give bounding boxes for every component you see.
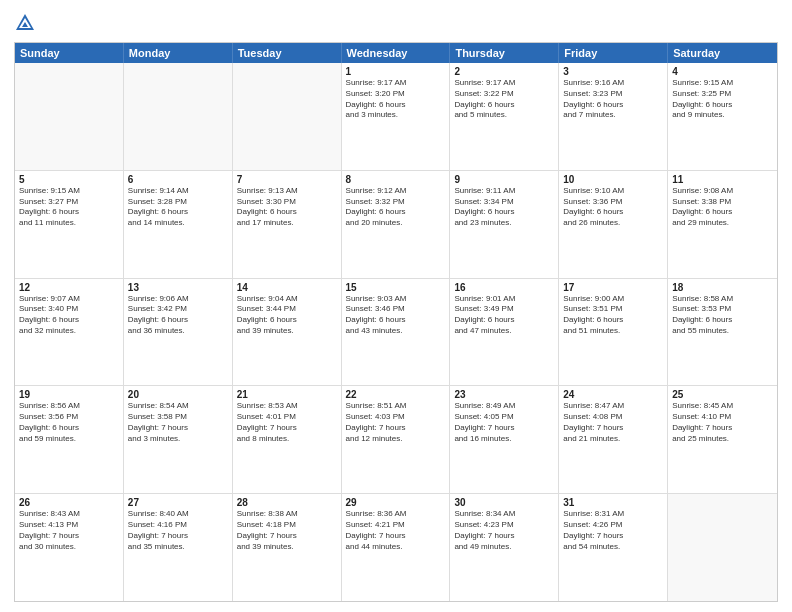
calendar-cell: 10Sunrise: 9:10 AMSunset: 3:36 PMDayligh…	[559, 171, 668, 278]
cell-text: Sunrise: 8:49 AMSunset: 4:05 PMDaylight:…	[454, 401, 554, 444]
calendar-cell	[124, 63, 233, 170]
calendar-cell: 13Sunrise: 9:06 AMSunset: 3:42 PMDayligh…	[124, 279, 233, 386]
calendar-week-2: 5Sunrise: 9:15 AMSunset: 3:27 PMDaylight…	[15, 171, 777, 279]
day-number: 14	[237, 282, 337, 293]
cell-text: Sunrise: 9:07 AMSunset: 3:40 PMDaylight:…	[19, 294, 119, 337]
day-number: 10	[563, 174, 663, 185]
calendar-cell: 18Sunrise: 8:58 AMSunset: 3:53 PMDayligh…	[668, 279, 777, 386]
calendar-cell: 22Sunrise: 8:51 AMSunset: 4:03 PMDayligh…	[342, 386, 451, 493]
calendar-body: 1Sunrise: 9:17 AMSunset: 3:20 PMDaylight…	[15, 63, 777, 601]
calendar-cell: 3Sunrise: 9:16 AMSunset: 3:23 PMDaylight…	[559, 63, 668, 170]
calendar-cell	[668, 494, 777, 601]
calendar-cell: 23Sunrise: 8:49 AMSunset: 4:05 PMDayligh…	[450, 386, 559, 493]
day-number: 3	[563, 66, 663, 77]
page: SundayMondayTuesdayWednesdayThursdayFrid…	[0, 0, 792, 612]
day-number: 13	[128, 282, 228, 293]
day-number: 8	[346, 174, 446, 185]
calendar-cell: 7Sunrise: 9:13 AMSunset: 3:30 PMDaylight…	[233, 171, 342, 278]
calendar-cell: 9Sunrise: 9:11 AMSunset: 3:34 PMDaylight…	[450, 171, 559, 278]
calendar-cell: 20Sunrise: 8:54 AMSunset: 3:58 PMDayligh…	[124, 386, 233, 493]
header-day-friday: Friday	[559, 43, 668, 63]
cell-text: Sunrise: 8:56 AMSunset: 3:56 PMDaylight:…	[19, 401, 119, 444]
calendar-week-4: 19Sunrise: 8:56 AMSunset: 3:56 PMDayligh…	[15, 386, 777, 494]
cell-text: Sunrise: 9:00 AMSunset: 3:51 PMDaylight:…	[563, 294, 663, 337]
cell-text: Sunrise: 8:43 AMSunset: 4:13 PMDaylight:…	[19, 509, 119, 552]
day-number: 23	[454, 389, 554, 400]
calendar-cell: 17Sunrise: 9:00 AMSunset: 3:51 PMDayligh…	[559, 279, 668, 386]
cell-text: Sunrise: 9:01 AMSunset: 3:49 PMDaylight:…	[454, 294, 554, 337]
cell-text: Sunrise: 9:12 AMSunset: 3:32 PMDaylight:…	[346, 186, 446, 229]
calendar-cell: 6Sunrise: 9:14 AMSunset: 3:28 PMDaylight…	[124, 171, 233, 278]
calendar-cell: 15Sunrise: 9:03 AMSunset: 3:46 PMDayligh…	[342, 279, 451, 386]
cell-text: Sunrise: 9:14 AMSunset: 3:28 PMDaylight:…	[128, 186, 228, 229]
cell-text: Sunrise: 9:16 AMSunset: 3:23 PMDaylight:…	[563, 78, 663, 121]
calendar-cell: 16Sunrise: 9:01 AMSunset: 3:49 PMDayligh…	[450, 279, 559, 386]
cell-text: Sunrise: 9:11 AMSunset: 3:34 PMDaylight:…	[454, 186, 554, 229]
day-number: 2	[454, 66, 554, 77]
day-number: 17	[563, 282, 663, 293]
calendar-cell: 24Sunrise: 8:47 AMSunset: 4:08 PMDayligh…	[559, 386, 668, 493]
cell-text: Sunrise: 8:36 AMSunset: 4:21 PMDaylight:…	[346, 509, 446, 552]
cell-text: Sunrise: 8:47 AMSunset: 4:08 PMDaylight:…	[563, 401, 663, 444]
calendar-cell: 1Sunrise: 9:17 AMSunset: 3:20 PMDaylight…	[342, 63, 451, 170]
calendar-cell: 2Sunrise: 9:17 AMSunset: 3:22 PMDaylight…	[450, 63, 559, 170]
day-number: 24	[563, 389, 663, 400]
cell-text: Sunrise: 8:51 AMSunset: 4:03 PMDaylight:…	[346, 401, 446, 444]
calendar-week-3: 12Sunrise: 9:07 AMSunset: 3:40 PMDayligh…	[15, 279, 777, 387]
cell-text: Sunrise: 9:03 AMSunset: 3:46 PMDaylight:…	[346, 294, 446, 337]
day-number: 27	[128, 497, 228, 508]
calendar-cell: 4Sunrise: 9:15 AMSunset: 3:25 PMDaylight…	[668, 63, 777, 170]
day-number: 28	[237, 497, 337, 508]
cell-text: Sunrise: 8:54 AMSunset: 3:58 PMDaylight:…	[128, 401, 228, 444]
day-number: 11	[672, 174, 773, 185]
calendar-cell: 26Sunrise: 8:43 AMSunset: 4:13 PMDayligh…	[15, 494, 124, 601]
cell-text: Sunrise: 8:38 AMSunset: 4:18 PMDaylight:…	[237, 509, 337, 552]
cell-text: Sunrise: 9:15 AMSunset: 3:25 PMDaylight:…	[672, 78, 773, 121]
cell-text: Sunrise: 9:17 AMSunset: 3:20 PMDaylight:…	[346, 78, 446, 121]
calendar: SundayMondayTuesdayWednesdayThursdayFrid…	[14, 42, 778, 602]
calendar-cell: 12Sunrise: 9:07 AMSunset: 3:40 PMDayligh…	[15, 279, 124, 386]
day-number: 30	[454, 497, 554, 508]
cell-text: Sunrise: 8:40 AMSunset: 4:16 PMDaylight:…	[128, 509, 228, 552]
header-day-sunday: Sunday	[15, 43, 124, 63]
day-number: 21	[237, 389, 337, 400]
cell-text: Sunrise: 8:45 AMSunset: 4:10 PMDaylight:…	[672, 401, 773, 444]
cell-text: Sunrise: 9:04 AMSunset: 3:44 PMDaylight:…	[237, 294, 337, 337]
day-number: 4	[672, 66, 773, 77]
day-number: 9	[454, 174, 554, 185]
day-number: 15	[346, 282, 446, 293]
day-number: 25	[672, 389, 773, 400]
day-number: 16	[454, 282, 554, 293]
day-number: 29	[346, 497, 446, 508]
day-number: 22	[346, 389, 446, 400]
day-number: 1	[346, 66, 446, 77]
header-day-wednesday: Wednesday	[342, 43, 451, 63]
calendar-cell: 8Sunrise: 9:12 AMSunset: 3:32 PMDaylight…	[342, 171, 451, 278]
calendar-cell: 5Sunrise: 9:15 AMSunset: 3:27 PMDaylight…	[15, 171, 124, 278]
cell-text: Sunrise: 9:08 AMSunset: 3:38 PMDaylight:…	[672, 186, 773, 229]
day-number: 20	[128, 389, 228, 400]
cell-text: Sunrise: 9:13 AMSunset: 3:30 PMDaylight:…	[237, 186, 337, 229]
cell-text: Sunrise: 8:53 AMSunset: 4:01 PMDaylight:…	[237, 401, 337, 444]
cell-text: Sunrise: 9:17 AMSunset: 3:22 PMDaylight:…	[454, 78, 554, 121]
day-number: 18	[672, 282, 773, 293]
calendar-week-5: 26Sunrise: 8:43 AMSunset: 4:13 PMDayligh…	[15, 494, 777, 601]
logo-icon	[14, 12, 36, 34]
calendar-cell: 11Sunrise: 9:08 AMSunset: 3:38 PMDayligh…	[668, 171, 777, 278]
cell-text: Sunrise: 8:58 AMSunset: 3:53 PMDaylight:…	[672, 294, 773, 337]
cell-text: Sunrise: 9:06 AMSunset: 3:42 PMDaylight:…	[128, 294, 228, 337]
day-number: 7	[237, 174, 337, 185]
calendar-cell: 31Sunrise: 8:31 AMSunset: 4:26 PMDayligh…	[559, 494, 668, 601]
day-number: 5	[19, 174, 119, 185]
calendar-cell: 28Sunrise: 8:38 AMSunset: 4:18 PMDayligh…	[233, 494, 342, 601]
header	[14, 12, 778, 34]
calendar-cell: 27Sunrise: 8:40 AMSunset: 4:16 PMDayligh…	[124, 494, 233, 601]
header-day-tuesday: Tuesday	[233, 43, 342, 63]
cell-text: Sunrise: 9:10 AMSunset: 3:36 PMDaylight:…	[563, 186, 663, 229]
calendar-header: SundayMondayTuesdayWednesdayThursdayFrid…	[15, 43, 777, 63]
calendar-cell	[15, 63, 124, 170]
header-day-thursday: Thursday	[450, 43, 559, 63]
calendar-cell: 25Sunrise: 8:45 AMSunset: 4:10 PMDayligh…	[668, 386, 777, 493]
calendar-cell: 14Sunrise: 9:04 AMSunset: 3:44 PMDayligh…	[233, 279, 342, 386]
day-number: 31	[563, 497, 663, 508]
